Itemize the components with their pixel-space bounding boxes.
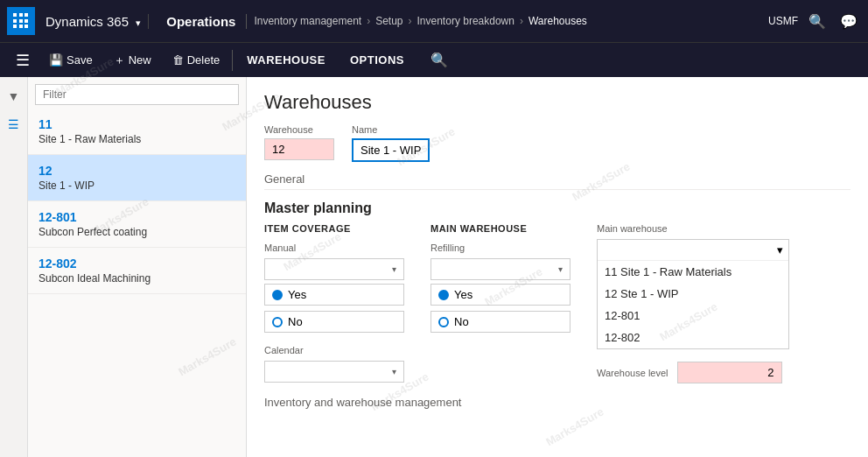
- detail-panel: Warehouses Warehouse 12 Name Site 1 - WI…: [247, 77, 868, 457]
- refilling-label: Refilling: [430, 243, 570, 253]
- item-coverage-header: ITEM COVERAGE: [264, 223, 404, 234]
- name-label: Name: [352, 124, 430, 135]
- hamburger-icon[interactable]: ☰: [7, 51, 38, 70]
- warehouse-name-row: Warehouse 12 Name Site 1 - WIP: [264, 124, 850, 162]
- warehouse-field-group: Warehouse 12: [264, 124, 334, 160]
- list-item[interactable]: 12-802 Subcon Ideal Machining: [28, 248, 246, 294]
- main-warehouse-field-label: Main warehouse: [597, 223, 789, 234]
- master-planning-title: Master planning: [264, 200, 850, 216]
- app-grid-button[interactable]: [7, 7, 35, 35]
- breadcrumb-item-4: Warehouses: [528, 15, 587, 27]
- mw-option-2[interactable]: 12 Ste 1 - WIP: [598, 283, 788, 305]
- list-panel: 11 Site 1 - Raw Materials 12 Site 1 - WI…: [28, 77, 247, 457]
- filter-input[interactable]: [35, 84, 239, 105]
- name-value[interactable]: Site 1 - WIP: [352, 138, 430, 162]
- breadcrumb-sep-1: ›: [367, 15, 370, 27]
- filter-toggle-button[interactable]: ▼: [3, 84, 25, 109]
- warehouse-list: 11 Site 1 - Raw Materials 12 Site 1 - WI…: [28, 109, 246, 457]
- manual-dropdown[interactable]: ​ ▾: [264, 258, 404, 280]
- list-item-id: 11: [38, 117, 235, 131]
- warehouse-value[interactable]: 12: [264, 138, 334, 160]
- app-chevron-icon: ▾: [136, 18, 141, 28]
- list-item-name: Site 1 - WIP: [38, 179, 235, 192]
- breadcrumb-item-3[interactable]: Inventory breakdown: [417, 15, 514, 27]
- toolbar-divider: [232, 50, 233, 71]
- breadcrumb-item-1[interactable]: Inventory management: [254, 15, 361, 27]
- refilling-yes-option[interactable]: Yes: [430, 284, 570, 306]
- options-tab[interactable]: OPTIONS: [338, 48, 416, 72]
- delete-icon: 🗑: [172, 53, 184, 67]
- usmf-label: USMF: [768, 15, 798, 27]
- list-item[interactable]: 11 Site 1 - Raw Materials: [28, 109, 246, 155]
- mw-option-1[interactable]: 11 Site 1 - Raw Materials: [598, 261, 788, 283]
- delete-button[interactable]: 🗑 Delete: [162, 48, 231, 72]
- chevron-down-icon: ▾: [777, 243, 783, 257]
- name-field-group: Name Site 1 - WIP: [352, 124, 430, 162]
- breadcrumb: Inventory management › Setup › Inventory…: [254, 15, 765, 27]
- dropdown-arrow-icon: ▾: [558, 264, 563, 274]
- search-icon[interactable]: 🔍: [805, 10, 830, 33]
- main-warehouse-header: MAIN WAREHOUSE: [430, 223, 570, 234]
- mw-option-4[interactable]: 12-802: [598, 327, 788, 348]
- manual-label: Manual: [264, 243, 404, 253]
- radio-icon: [272, 317, 283, 327]
- refilling-no-option[interactable]: No: [430, 311, 570, 333]
- manual-yes-option[interactable]: Yes: [264, 284, 404, 306]
- page-title: Warehouses: [264, 91, 850, 114]
- radio-icon: [438, 317, 449, 327]
- radio-icon: [272, 290, 283, 300]
- list-item-id: 12: [38, 164, 235, 178]
- toolbar-search-icon[interactable]: 🔍: [424, 48, 455, 72]
- list-item[interactable]: 12-801 Subcon Perfect coating: [28, 201, 246, 248]
- master-planning-cols: ITEM COVERAGE Manual ​ ▾ Yes No Calendar…: [264, 223, 850, 383]
- general-section-label: General: [264, 172, 850, 190]
- breadcrumb-item-2[interactable]: Setup: [375, 15, 402, 27]
- module-name: Operations: [156, 14, 247, 29]
- new-icon: ＋: [114, 53, 125, 68]
- list-item-name: Subcon Ideal Machining: [38, 272, 235, 285]
- list-item-name: Site 1 - Raw Materials: [38, 133, 235, 145]
- list-item[interactable]: 12 Site 1 - WIP: [28, 155, 246, 201]
- save-button[interactable]: 💾 Save: [38, 48, 103, 72]
- warehouse-level-label: Warehouse level: [597, 368, 668, 378]
- dropdown-header: ▾: [598, 240, 788, 261]
- inventory-section-label: Inventory and warehouse management: [264, 396, 850, 409]
- toolbar: ☰ 💾 Save ＋ New 🗑 Delete WAREHOUSE OPTION…: [0, 42, 868, 77]
- radio-icon: [438, 290, 449, 300]
- warehouse-level-value[interactable]: 2: [677, 362, 782, 383]
- nav-right: USMF 🔍 💬: [768, 10, 861, 33]
- breadcrumb-sep-2: ›: [409, 15, 412, 27]
- breadcrumb-sep-3: ›: [520, 15, 523, 27]
- refilling-dropdown[interactable]: ​ ▾: [430, 258, 570, 280]
- mw-option-3[interactable]: 12-801: [598, 305, 788, 327]
- item-coverage-col: ITEM COVERAGE Manual ​ ▾ Yes No Calendar…: [264, 223, 404, 383]
- calendar-label: Calendar: [264, 345, 404, 355]
- main-layout: ▼ ☰ 11 Site 1 - Raw Materials 12 Site 1 …: [0, 77, 868, 457]
- main-warehouse-dropdown[interactable]: ▾ 11 Site 1 - Raw Materials 12 Ste 1 - W…: [597, 239, 789, 349]
- list-item-id: 12-802: [38, 257, 235, 271]
- warehouse-level-row: Warehouse level 2: [597, 362, 789, 383]
- save-icon: 💾: [49, 53, 63, 67]
- dropdown-arrow-icon: ▾: [392, 264, 396, 274]
- filter-panel: ▼ ☰: [0, 77, 28, 457]
- list-view-icon[interactable]: ☰: [3, 112, 24, 137]
- main-warehouse-dropdown-col: Main warehouse ▾ 11 Site 1 - Raw Materia…: [597, 223, 789, 383]
- chat-icon[interactable]: 💬: [836, 10, 861, 33]
- warehouse-label: Warehouse: [264, 124, 334, 135]
- warehouse-tab[interactable]: WAREHOUSE: [234, 48, 338, 72]
- list-item-id: 12-801: [38, 210, 235, 224]
- top-nav: Dynamics 365 ▾ Operations Inventory mana…: [0, 0, 868, 42]
- new-button[interactable]: ＋ New: [103, 47, 162, 74]
- list-item-name: Subcon Perfect coating: [38, 226, 235, 238]
- list-search-container: [28, 77, 246, 109]
- main-warehouse-col: MAIN WAREHOUSE Refilling ​ ▾ Yes No: [430, 223, 570, 383]
- app-name[interactable]: Dynamics 365 ▾: [38, 14, 149, 29]
- calendar-dropdown[interactable]: ​ ▾: [264, 361, 404, 383]
- manual-no-option[interactable]: No: [264, 311, 404, 333]
- dropdown-arrow-icon: ▾: [392, 367, 396, 376]
